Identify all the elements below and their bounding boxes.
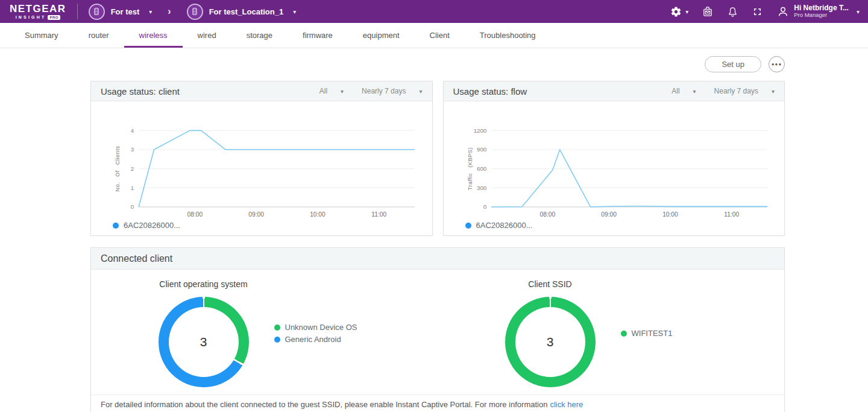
connected-client-card-header: Connected client	[91, 248, 784, 270]
svg-text:0: 0	[131, 203, 134, 210]
card-title: Connected client	[101, 253, 172, 264]
page-content: Usage status: client All▾ Nearly 7 days▾…	[90, 81, 785, 412]
notifications-button[interactable]	[727, 6, 738, 17]
click-here-link[interactable]: click here	[550, 400, 583, 409]
slice-label: Generic Android	[285, 335, 341, 344]
slice-dot-icon	[274, 337, 280, 343]
svg-text:08:00: 08:00	[187, 211, 203, 218]
user-menu[interactable]: Hi Netbridge T... Pro Manager ▾	[776, 4, 860, 19]
fullscreen-icon	[752, 6, 763, 17]
slice-dot-icon	[621, 331, 627, 337]
client-ssid-donut-chart: 3	[505, 297, 596, 387]
flow-line-chart: 0300600900120008:0009:0010:0011:00Traffi…	[447, 103, 781, 221]
svg-text:No. Of Clients: No. Of Clients	[115, 146, 121, 192]
page-toolbar: Set up ●●●	[90, 56, 785, 72]
main-nav: Summary router wireless wired storage fi…	[0, 23, 868, 48]
tab-wired[interactable]: wired	[183, 23, 231, 48]
chevron-down-icon: ▾	[293, 8, 296, 15]
brand-sub: INSIGHT	[16, 15, 46, 19]
user-role: Pro Manager	[794, 12, 849, 19]
building-icon	[187, 4, 203, 20]
series-dot-icon	[113, 223, 119, 229]
chevron-down-icon: ▾	[149, 8, 152, 15]
breadcrumb-separator: ›	[168, 6, 171, 17]
captive-portal-note: For detailed information about the clien…	[91, 395, 784, 412]
donut-title: Client SSID	[528, 279, 571, 289]
slice-label: Unknown Device OS	[285, 323, 357, 332]
org-selector[interactable]: For test ▾	[89, 4, 153, 20]
chart-legend-item[interactable]: 6AC20826000...	[95, 221, 429, 235]
donut-legend-item[interactable]: Unknown Device OS	[274, 323, 371, 332]
card-title: Usage status: flow	[453, 86, 527, 97]
series-dot-icon	[465, 223, 471, 229]
svg-text:09:00: 09:00	[601, 211, 617, 218]
user-greeting: Hi Netbridge T...	[794, 4, 849, 13]
client-ssid-chart-group: Client SSID 3 WIFITEST1	[438, 279, 784, 387]
gear-icon	[670, 6, 682, 17]
donut-legend-item[interactable]: Generic Android	[274, 335, 371, 344]
bell-icon	[727, 6, 738, 17]
fullscreen-button[interactable]	[752, 6, 763, 17]
tab-storage[interactable]: storage	[231, 23, 288, 48]
svg-text:300: 300	[477, 185, 487, 191]
more-options-button[interactable]: ●●●	[769, 56, 785, 72]
orders-button[interactable]	[702, 5, 714, 17]
header-divider	[77, 4, 78, 19]
usage-client-card-header: Usage status: client All▾ Nearly 7 days▾	[91, 81, 432, 101]
user-icon	[776, 5, 790, 18]
chevron-down-icon: ▾	[341, 88, 344, 95]
tab-troubleshooting[interactable]: Troubleshooting	[465, 23, 551, 48]
bag-mail-icon	[702, 5, 714, 17]
connected-client-card: Connected client Client operating system…	[90, 247, 785, 412]
setup-button[interactable]: Set up	[705, 56, 761, 72]
usage-flow-card: Usage status: flow All▾ Nearly 7 days▾ 0…	[443, 81, 785, 236]
svg-text:4: 4	[131, 127, 134, 134]
donut-title: Client operating system	[159, 279, 247, 289]
card-title: Usage status: client	[101, 86, 180, 97]
svg-text:10:00: 10:00	[662, 211, 678, 218]
donut-center-value: 3	[200, 335, 207, 349]
svg-text:1: 1	[131, 185, 134, 191]
svg-text:11:00: 11:00	[724, 211, 739, 218]
tab-client[interactable]: Client	[415, 23, 465, 48]
tab-router[interactable]: router	[74, 23, 124, 48]
location-selector[interactable]: For test_Location_1 ▾	[187, 4, 297, 20]
client-line-chart: 0123408:0009:0010:0011:00No. Of Clients	[95, 103, 429, 221]
range-filter-dropdown[interactable]: Nearly 7 days▾	[362, 87, 422, 95]
device-filter-dropdown[interactable]: All▾	[671, 87, 696, 95]
chart-legend-item[interactable]: 6AC20826000...	[447, 221, 781, 235]
slice-label: WIFITEST1	[632, 329, 673, 338]
footer-text: For detailed information about the clien…	[101, 400, 547, 409]
client-os-chart-group: Client operating system 3 Unknown Device…	[91, 279, 438, 387]
netgear-logo: NETGEAR INSIGHT PRO	[10, 4, 66, 20]
tab-firmware[interactable]: firmware	[288, 23, 348, 48]
svg-text:10:00: 10:00	[310, 211, 326, 218]
client-os-donut-chart: 3	[159, 297, 249, 387]
chevron-down-icon: ▾	[685, 8, 688, 15]
svg-text:900: 900	[477, 146, 487, 153]
range-filter-dropdown[interactable]: Nearly 7 days▾	[714, 87, 775, 95]
brand-pro-badge: PRO	[48, 15, 60, 20]
tab-summary[interactable]: Summary	[10, 23, 74, 48]
usage-flow-card-header: Usage status: flow All▾ Nearly 7 days▾	[444, 81, 785, 101]
location-name: For test_Location_1	[209, 7, 284, 16]
series-label: 6AC20826000...	[124, 221, 180, 230]
building-icon	[89, 4, 105, 20]
tab-wireless[interactable]: wireless	[124, 23, 183, 48]
chevron-down-icon: ▾	[772, 88, 775, 95]
chevron-down-icon: ▾	[693, 88, 696, 95]
brand-name: NETGEAR	[10, 4, 66, 14]
chevron-down-icon: ▾	[857, 8, 860, 15]
donut-legend-item[interactable]: WIFITEST1	[621, 329, 717, 338]
device-filter-dropdown[interactable]: All▾	[319, 87, 344, 95]
top-bar: NETGEAR INSIGHT PRO For test ▾ › For tes…	[0, 0, 868, 23]
tab-equipment[interactable]: equipment	[348, 23, 415, 48]
svg-text:1200: 1200	[473, 127, 486, 134]
settings-button[interactable]: ▾	[670, 6, 688, 17]
svg-text:09:00: 09:00	[248, 211, 264, 218]
svg-text:2: 2	[131, 165, 134, 172]
svg-text:0: 0	[483, 203, 486, 210]
svg-text:Traffic (KBPS): Traffic (KBPS)	[467, 147, 473, 190]
svg-text:600: 600	[477, 165, 487, 172]
usage-client-card: Usage status: client All▾ Nearly 7 days▾…	[90, 81, 433, 236]
